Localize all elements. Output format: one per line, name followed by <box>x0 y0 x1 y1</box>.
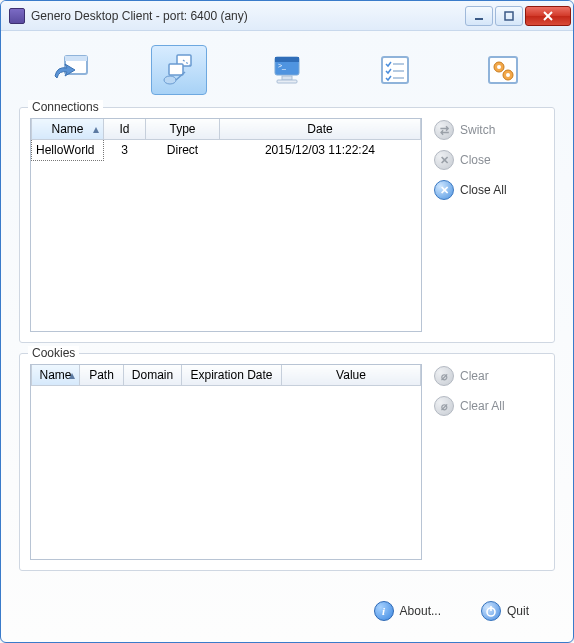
close-all-button[interactable]: ✕ Close All <box>434 180 544 200</box>
close-all-icon: ✕ <box>434 180 454 200</box>
clear-all-icon: ⌀ <box>434 396 454 416</box>
svg-point-22 <box>506 73 510 77</box>
clear-button[interactable]: ⌀ Clear <box>434 366 544 386</box>
connections-actions: ⇄ Switch ✕ Close ✕ Close All <box>434 118 544 332</box>
svg-text:>_: >_ <box>278 62 286 70</box>
clear-icon: ⌀ <box>434 366 454 386</box>
connections-label: Connections <box>28 100 103 114</box>
minimize-icon <box>474 11 484 21</box>
sort-asc-icon: ▴ <box>69 368 75 382</box>
cookies-col-path[interactable]: Path <box>80 365 124 386</box>
svg-rect-5 <box>65 56 87 61</box>
connections-table[interactable]: Name ▴ Id Type Date HelloWorld <box>30 118 422 332</box>
footer: i About... Quit <box>17 594 557 628</box>
connections-row[interactable]: HelloWorld 3 Direct 2015/12/03 11:22:24 <box>32 140 421 161</box>
svg-point-20 <box>497 65 501 69</box>
cookies-group: Cookies Name ▴ Path Domain <box>19 353 555 571</box>
connections-col-date[interactable]: Date <box>220 119 421 140</box>
cookies-col-domain[interactable]: Domain <box>124 365 182 386</box>
svg-rect-14 <box>382 57 408 83</box>
cookies-col-expiration[interactable]: Expiration Date <box>182 365 282 386</box>
toolbar-settings-button[interactable] <box>475 45 531 95</box>
cookies-label: Cookies <box>28 346 79 360</box>
connections-col-type[interactable]: Type <box>146 119 220 140</box>
svg-rect-12 <box>282 76 292 80</box>
cell-id: 3 <box>104 140 146 161</box>
svg-rect-13 <box>277 80 297 83</box>
sort-asc-icon: ▴ <box>93 122 99 136</box>
switch-icon: ⇄ <box>434 120 454 140</box>
settings-icon <box>483 52 523 88</box>
cookies-actions: ⌀ Clear ⌀ Clear All <box>434 364 544 560</box>
about-button[interactable]: i About... <box>374 601 441 621</box>
window-title: Genero Desktop Client - port: 6400 (any) <box>31 9 248 23</box>
close-window-button[interactable] <box>525 6 571 26</box>
info-icon: i <box>374 601 394 621</box>
minimize-button[interactable] <box>465 6 493 26</box>
app-icon <box>9 8 25 24</box>
close-button[interactable]: ✕ Close <box>434 150 544 170</box>
clear-all-button[interactable]: ⌀ Clear All <box>434 396 544 416</box>
cookies-table[interactable]: Name ▴ Path Domain Expiration Date Value <box>30 364 422 560</box>
toolbar-connections-button[interactable] <box>151 45 207 95</box>
quit-button[interactable]: Quit <box>481 601 529 621</box>
svg-rect-7 <box>169 64 183 75</box>
cookies-col-value[interactable]: Value <box>282 365 421 386</box>
svg-rect-1 <box>505 12 513 20</box>
toolbar-checklist-button[interactable] <box>367 45 423 95</box>
maximize-button[interactable] <box>495 6 523 26</box>
connections-icon <box>159 52 199 88</box>
switch-button[interactable]: ⇄ Switch <box>434 120 544 140</box>
toolbar-terminal-button[interactable]: >_ <box>259 45 315 95</box>
maximize-icon <box>504 11 514 21</box>
close-conn-icon: ✕ <box>434 150 454 170</box>
cell-date: 2015/12/03 11:22:24 <box>220 140 421 161</box>
toolbar-shortcut-button[interactable] <box>43 45 99 95</box>
connections-group: Connections Name ▴ Id Type <box>19 107 555 343</box>
svg-point-8 <box>164 76 176 84</box>
power-icon <box>481 601 501 621</box>
client-area: >_ <box>1 31 573 642</box>
checklist-icon <box>375 52 415 88</box>
cell-type: Direct <box>146 140 220 161</box>
cookies-col-name[interactable]: Name ▴ <box>32 365 80 386</box>
app-window: Genero Desktop Client - port: 6400 (any) <box>0 0 574 643</box>
cell-name: HelloWorld <box>32 140 104 161</box>
connections-col-id[interactable]: Id <box>104 119 146 140</box>
connections-col-name[interactable]: Name ▴ <box>32 119 104 140</box>
close-icon <box>542 10 554 22</box>
terminal-icon: >_ <box>267 52 307 88</box>
titlebar: Genero Desktop Client - port: 6400 (any) <box>1 1 573 31</box>
toolbar: >_ <box>17 39 557 101</box>
shortcut-icon <box>51 52 91 88</box>
